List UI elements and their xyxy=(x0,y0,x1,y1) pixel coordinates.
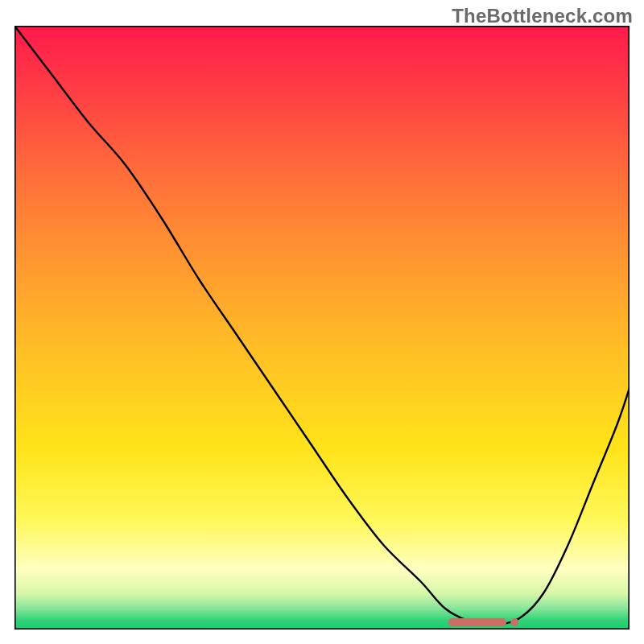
watermark-text: TheBottleneck.com xyxy=(452,5,633,27)
chart-svg xyxy=(14,26,630,630)
gradient-background xyxy=(14,26,630,630)
chart-frame: TheBottleneck.com xyxy=(0,0,644,644)
svg-point-1 xyxy=(510,618,518,626)
plot-area xyxy=(14,26,630,630)
svg-rect-0 xyxy=(448,618,507,626)
